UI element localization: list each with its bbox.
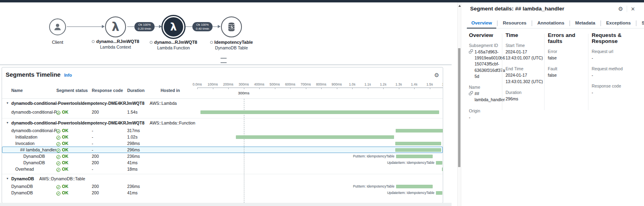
timeline-segment-row[interactable]: DynamoDB✓OK20041msUpdateItem: Idempotenc…: [2, 159, 443, 166]
scrollbar-thumb[interactable]: [458, 48, 460, 167]
edge-client-context: [67, 27, 104, 27]
timeline-group-header[interactable]: ▼dynamodb-conditional-PowertoolsIdempote…: [2, 99, 443, 108]
edge-rate: 0.20 t/min: [138, 27, 151, 31]
duration-bar[interactable]: [396, 155, 433, 158]
duration-bar[interactable]: [200, 110, 439, 114]
column-rule: [502, 34, 502, 110]
axis-tick-label: 200ms: [223, 82, 233, 86]
duration-bar[interactable]: [395, 142, 442, 145]
scrollbar-up-arrow-icon[interactable]: [458, 5, 461, 7]
axis-tick-label: 600ms: [285, 82, 295, 86]
tab-metadata[interactable]: Metadata: [570, 18, 601, 28]
axis-tick-label: 1.4s: [411, 82, 417, 86]
timeline-segment-row[interactable]: dynamodb-conditional-P...✓OK-317ms: [2, 127, 443, 134]
ok-check-icon: ✓: [56, 136, 60, 140]
column-rule: [588, 34, 588, 110]
node-lambda-function[interactable]: λ: [161, 15, 186, 39]
timeline-segment-row[interactable]: Invocation✓OK-298ms: [2, 140, 443, 147]
copy-icon[interactable]: [469, 91, 473, 95]
ok-check-icon: ✓: [56, 142, 60, 146]
tab-sql[interactable]: SQL: [636, 18, 644, 28]
duration-bar[interactable]: [396, 129, 443, 133]
response-code: -: [92, 134, 93, 140]
field-value: false: [548, 73, 557, 78]
bar-operation-label: UpdateItem: IdempotencyTable: [354, 190, 434, 196]
duration-bar[interactable]: [396, 185, 433, 188]
timeline-segment-row[interactable]: DynamoDB✓OK200236msPutItem: IdempotencyT…: [2, 183, 443, 190]
status-ring-icon: [150, 41, 153, 44]
copy-icon[interactable]: [469, 49, 473, 53]
duration-bar[interactable]: [442, 167, 443, 171]
field-label: Error: [548, 49, 586, 54]
collapse-triangle-icon[interactable]: ▼: [6, 118, 9, 127]
segment-name: DynamoDB: [11, 190, 33, 196]
detail-field: Duration296ms: [506, 90, 546, 102]
axis-tick-mark: [306, 88, 306, 89]
segment-status: ✓OK: [56, 153, 68, 159]
tab-annotations[interactable]: Annotations: [532, 18, 570, 28]
close-icon[interactable]: ✕: [631, 6, 635, 12]
detail-field: Request method-: [592, 66, 632, 78]
ok-check-icon: ✓: [56, 155, 60, 159]
duration-bar[interactable]: [395, 148, 441, 152]
detail-field: Start Time2024-01-17 13:43:01.007 (UTC): [506, 43, 546, 61]
field-label: Response code: [592, 84, 632, 88]
edge-status: Ok 100%: [196, 23, 209, 27]
field-value: ## lambda_handler: [475, 91, 506, 103]
segment-name: ## lambda_handler: [20, 147, 56, 153]
axis-tick-label: 500ms: [270, 82, 280, 86]
response-code: -: [92, 147, 93, 153]
timeline-segment-row[interactable]: dynamodb-conditional-P...✓OK2001.54s: [2, 108, 443, 116]
duration-bar[interactable]: [436, 161, 442, 165]
bar-operation-label: UpdateItem: IdempotencyTable: [354, 159, 434, 166]
tab-resources[interactable]: Resources: [497, 18, 532, 28]
axis-tick-label: 300ms: [239, 82, 249, 86]
ok-check-icon: ✓: [56, 129, 60, 133]
details-column: Requests & ResponseRequest url-Request m…: [592, 32, 632, 101]
timeline-segment-row[interactable]: DynamoDB✓OK20041msUpdateItem: Idempotenc…: [2, 190, 443, 196]
tab-overview[interactable]: Overview: [466, 18, 497, 28]
response-code: 200: [92, 108, 99, 116]
timeline-bottom-scroll-area[interactable]: [0, 203, 452, 206]
collapse-triangle-icon[interactable]: ▼: [6, 99, 9, 108]
node-idempotency-table[interactable]: [221, 16, 242, 37]
lambda-icon: λ: [112, 21, 120, 33]
group-type: AWS::Lambda::Function: [150, 118, 195, 127]
detail-field: Name## lambda_handler: [469, 85, 506, 103]
info-link[interactable]: Info: [64, 73, 72, 78]
segment-name: dynamodb-conditional-P...: [11, 108, 60, 116]
timeline-group-header[interactable]: ▼dynamodb-conditional-PowertoolsIdempote…: [2, 118, 443, 127]
duration-bar[interactable]: [236, 135, 394, 139]
timeline-segment-row[interactable]: DynamoDB✓OK200236msPutItem: IdempotencyT…: [2, 153, 443, 159]
edge-badge-context-function[interactable]: Ok 100% 0.20 t/min: [134, 22, 155, 31]
axis-line: [197, 88, 443, 88]
vertical-scrollbar[interactable]: [457, 2, 461, 206]
timeline-group-header[interactable]: ▼DynamoDBAWS::DynamoDB::Table: [2, 174, 443, 183]
collapse-triangle-icon[interactable]: ▼: [6, 174, 9, 183]
duration-bar[interactable]: [436, 191, 442, 195]
segments-timeline-card: Segments Timeline Info ⚙ Name Segment st…: [2, 67, 443, 203]
tab-exceptions[interactable]: Exceptions: [601, 18, 636, 28]
node-client[interactable]: [49, 18, 66, 35]
axis-tick-label: 700ms: [301, 82, 311, 86]
details-settings-gear-icon[interactable]: ⚙: [618, 6, 623, 12]
timeline-segment-row[interactable]: Initialization✓OK-1.02s: [2, 134, 443, 140]
node-lambda-context[interactable]: λ: [105, 16, 126, 37]
panel-resize-handle[interactable]: [221, 58, 227, 63]
axis-tick-mark: [414, 88, 415, 89]
field-value: 2024-01-17 13:43:01.302 (UTC): [506, 73, 543, 84]
timeline-segment-row[interactable]: ## lambda_handler✓OK-296ms: [2, 147, 443, 153]
segment-status: ✓OK: [56, 159, 68, 166]
axis-tick-label: 1.0s: [349, 82, 355, 86]
duration: 296ms: [127, 147, 140, 153]
axis-tick-label: 100ms: [208, 82, 218, 86]
axis-tick-mark: [244, 88, 244, 89]
field-value: 296ms: [506, 96, 518, 101]
timeline-segment-row[interactable]: Overhead✓OK-18ms: [2, 166, 443, 172]
service-map: Ok 100% 0.20 t/min Ok 100% 0.40 t/min Cl…: [0, 2, 452, 65]
column-rule: [544, 34, 545, 110]
edge-badge-function-table[interactable]: Ok 100% 0.40 t/min: [192, 22, 213, 31]
timeline-settings-gear-icon[interactable]: ⚙: [434, 72, 439, 78]
field-value: 2024-01-17 13:43:01.007 (UTC): [506, 49, 543, 60]
axis-tick-label: 1.5s: [426, 82, 433, 86]
